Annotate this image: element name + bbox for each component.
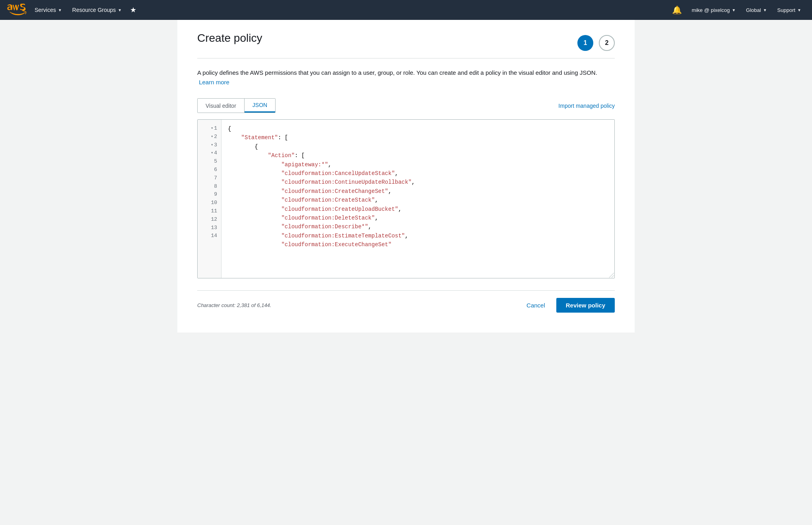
code-line-7: "cloudformation:ContinueUpdateRollback", [228,178,608,187]
line-number-12: 12 [198,216,221,224]
resize-handle-icon[interactable] [609,272,614,278]
line-number-14: 14 [198,232,221,240]
region-chevron-icon: ▼ [763,8,767,12]
bookmarks-icon[interactable]: ★ [127,6,140,14]
line-number-8: 8 [198,183,221,191]
aws-logo[interactable] [6,4,26,16]
code-string-token: "cloudformation:CreateStack" [281,197,375,203]
resource-groups-label: Resource Groups [72,7,116,13]
username-label: mike @ pixelcog [692,7,730,13]
page-wrapper: Create policy 1 2 A policy defines the A… [0,20,812,525]
fold-arrow-icon[interactable]: ▾ [211,149,213,158]
region-menu[interactable]: Global ▼ [742,0,771,20]
code-string-token: "cloudformation:CreateUploadBucket" [281,206,398,212]
line-number-5: 5 [198,158,221,166]
code-string-token: "Statement" [241,134,278,141]
fold-arrow-icon[interactable]: ▾ [211,141,213,150]
services-label: Services [35,7,56,13]
code-line-2: "Statement": [ [228,133,608,142]
code-line-8: "cloudformation:CreateChangeSet", [228,187,608,196]
code-line-14: "cloudformation:ExecuteChangeSet" [228,240,608,249]
support-menu[interactable]: Support ▼ [773,0,806,20]
line-number-1: ▾1 [198,124,221,133]
cancel-button[interactable]: Cancel [520,299,552,312]
code-content[interactable]: { "Statement": [ { "Action": [ "apigatew… [221,120,614,278]
code-line-1: { [228,124,608,133]
code-line-12: "cloudformation:Describe*", [228,222,608,231]
footer: Character count: 2,381 of 6,144. Cancel … [197,290,615,313]
editor-tabs: Visual editor JSON [197,98,276,113]
user-chevron-icon: ▼ [732,8,736,12]
services-chevron-icon: ▼ [58,8,62,12]
line-number-11: 11 [198,207,221,216]
step-1-indicator: 1 [577,35,593,51]
step-indicators: 1 2 [577,35,615,51]
line-number-10: 10 [198,199,221,207]
code-line-6: "cloudformation:CancelUpdateStack", [228,169,608,178]
learn-more-link[interactable]: Learn more [199,79,229,86]
notifications-bell-icon[interactable]: 🔔 [668,5,686,15]
support-label: Support [777,7,796,13]
fold-arrow-icon[interactable]: ▾ [211,124,213,133]
tabs-row: Visual editor JSON Import managed policy [197,98,615,113]
line-number-7: 7 [198,174,221,183]
page-title: Create policy [197,32,262,45]
code-string-token: "cloudformation:ContinueUpdateRollback" [281,179,412,185]
code-line-11: "cloudformation:DeleteStack", [228,214,608,222]
code-string-token: "cloudformation:DeleteStack" [281,215,375,221]
nav-right-section: 🔔 mike @ pixelcog ▼ Global ▼ Support ▼ [668,0,806,20]
support-chevron-icon: ▼ [797,8,801,12]
code-string-token: "cloudformation:CancelUpdateStack" [281,170,395,177]
code-line-9: "cloudformation:CreateStack", [228,196,608,204]
user-menu[interactable]: mike @ pixelcog ▼ [688,0,740,20]
code-line-4: "Action": [ [228,151,608,160]
description-text: A policy defines the AWS permissions tha… [197,69,597,76]
line-numbers: ▾1▾2▾3▾4567891011121314 [198,120,221,278]
code-line-13: "cloudformation:EstimateTemplateCost", [228,231,608,240]
code-string-token: "cloudformation:CreateChangeSet" [281,188,388,194]
services-nav[interactable]: Services ▼ [29,0,67,20]
region-label: Global [746,7,761,13]
top-navigation: Services ▼ Resource Groups ▼ ★ 🔔 mike @ … [0,0,812,20]
character-count: Character count: 2,381 of 6,144. [197,302,271,308]
json-editor[interactable]: ▾1▾2▾3▾4567891011121314 { "Statement": [… [197,119,615,278]
content-wrapper: Create policy 1 2 A policy defines the A… [177,20,635,332]
step-2-indicator: 2 [599,35,615,51]
fold-arrow-icon[interactable]: ▾ [211,133,213,141]
code-string-token: "cloudformation:ExecuteChangeSet" [281,241,391,248]
code-line-5: "apigateway:*", [228,160,608,169]
resource-groups-chevron-icon: ▼ [118,8,122,12]
footer-actions: Cancel Review policy [520,298,615,313]
line-number-9: 9 [198,191,221,199]
line-number-2: ▾2 [198,133,221,141]
line-number-3: ▾3 [198,141,221,150]
code-string-token: "Action" [268,152,295,159]
title-row: Create policy 1 2 [197,32,615,54]
resource-groups-nav[interactable]: Resource Groups ▼ [67,0,127,20]
code-line-3: { [228,142,608,151]
line-number-13: 13 [198,224,221,232]
tab-json[interactable]: JSON [245,99,275,113]
page-description: A policy defines the AWS permissions tha… [197,68,615,87]
code-string-token: "cloudformation:Describe*" [281,224,368,230]
import-managed-policy-link[interactable]: Import managed policy [558,103,615,109]
code-string-token: "cloudformation:EstimateTemplateCost" [281,233,405,239]
code-line-10: "cloudformation:CreateUploadBucket", [228,205,608,214]
tab-visual-editor[interactable]: Visual editor [198,99,244,113]
code-string-token: "apigateway:*" [281,161,328,168]
line-number-6: 6 [198,166,221,174]
review-policy-button[interactable]: Review policy [556,298,615,313]
title-divider [197,58,615,58]
line-number-4: ▾4 [198,149,221,158]
